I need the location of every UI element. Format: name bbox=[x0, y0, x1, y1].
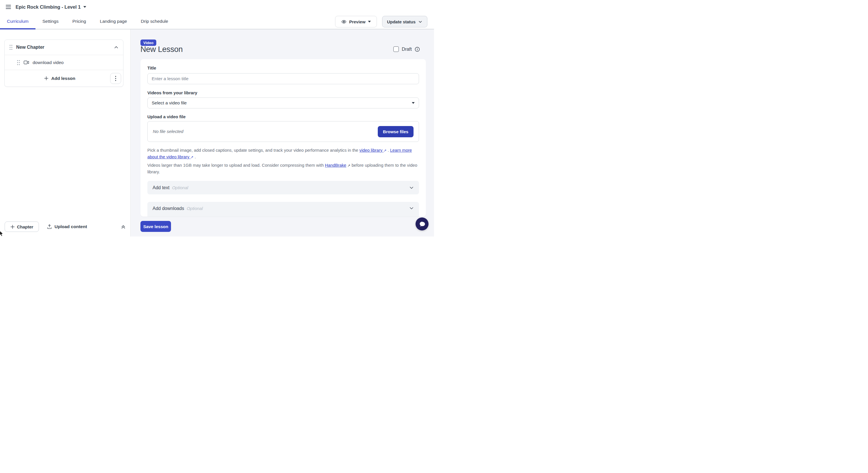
browse-files-button[interactable]: Browse files bbox=[378, 126, 413, 137]
add-lesson-button[interactable]: Add lesson bbox=[9, 72, 110, 85]
course-title: Epic Rock Climbing - Level 1 bbox=[16, 4, 81, 10]
add-text-label: Add text bbox=[153, 185, 169, 190]
title-label: Title bbox=[147, 65, 156, 70]
no-file-text: No file selected bbox=[153, 129, 183, 134]
chapter-card: New Chapter bbox=[4, 39, 123, 87]
add-chapter-label: Chapter bbox=[17, 224, 33, 229]
chapter-footer-row: Add lesson bbox=[5, 70, 123, 87]
collapse-all-button[interactable] bbox=[121, 224, 126, 229]
eye-icon bbox=[341, 19, 347, 25]
draft-label: Draft bbox=[402, 47, 412, 52]
info-icon[interactable] bbox=[415, 47, 420, 52]
tab-curriculum[interactable]: Curriculum bbox=[0, 14, 35, 29]
external-link-icon: ↗ bbox=[383, 147, 386, 154]
video-library-label: Videos from your library bbox=[147, 90, 197, 95]
hamburger-menu-icon[interactable] bbox=[6, 5, 11, 9]
lesson-title-input[interactable] bbox=[147, 73, 419, 84]
caret-down-icon bbox=[368, 21, 371, 23]
tab-drip-schedule[interactable]: Drip schedule bbox=[134, 14, 175, 29]
double-chevron-up-icon bbox=[121, 224, 126, 229]
chat-bubble-icon bbox=[418, 220, 426, 228]
lesson-row[interactable]: download video bbox=[5, 55, 123, 70]
tab-pricing[interactable]: Pricing bbox=[65, 14, 93, 29]
handbrake-link[interactable]: HandBrake bbox=[325, 163, 346, 167]
optional-label: Optional bbox=[172, 185, 188, 190]
chevron-down-icon bbox=[409, 206, 414, 211]
lesson-form-card: Title Videos from your library Select a … bbox=[141, 59, 426, 217]
add-downloads-section[interactable]: Add downloads Optional bbox=[147, 202, 419, 217]
chapter-header-row[interactable]: New Chapter bbox=[5, 40, 123, 55]
lesson-item-title: download video bbox=[33, 60, 64, 65]
video-library-selected-value: Select a video file bbox=[152, 100, 187, 105]
lesson-heading: New Lesson bbox=[141, 45, 183, 54]
curriculum-sidebar: New Chapter bbox=[0, 29, 131, 236]
save-lesson-button[interactable]: Save lesson bbox=[141, 221, 171, 232]
chat-widget-button[interactable] bbox=[415, 217, 429, 230]
course-title-dropdown[interactable]: Epic Rock Climbing - Level 1 bbox=[16, 4, 86, 10]
chevron-up-icon[interactable] bbox=[114, 45, 119, 50]
top-bar: Epic Rock Climbing - Level 1 bbox=[0, 0, 434, 14]
external-link-icon: ↗ bbox=[191, 154, 193, 160]
chapter-menu-button[interactable] bbox=[110, 73, 121, 84]
video-library-select[interactable]: Select a video file bbox=[147, 97, 419, 108]
course-editor-page: Epic Rock Climbing - Level 1 Curriculum … bbox=[0, 0, 434, 236]
video-library-help-text: Pick a thumbnail image, add closed capti… bbox=[147, 147, 419, 160]
external-link-icon: ↗ bbox=[347, 162, 350, 169]
caret-down-icon bbox=[83, 6, 86, 8]
tab-bar: Curriculum Settings Pricing Landing page… bbox=[0, 14, 434, 29]
draft-checkbox[interactable] bbox=[393, 46, 399, 52]
update-status-button[interactable]: Update status bbox=[382, 16, 427, 27]
drag-handle-icon[interactable] bbox=[9, 44, 13, 51]
video-library-link[interactable]: video library ↗ bbox=[359, 148, 386, 153]
add-downloads-label: Add downloads bbox=[153, 206, 184, 211]
sidebar-footer: Chapter Upload content bbox=[0, 217, 130, 236]
lesson-editor-panel: Video New Lesson Draft Title Videos from… bbox=[131, 29, 434, 236]
preview-label: Preview bbox=[349, 19, 366, 24]
upload-content-button[interactable]: Upload content bbox=[47, 224, 87, 229]
upload-icon bbox=[47, 224, 52, 229]
chapter-title: New Chapter bbox=[16, 45, 114, 50]
plus-icon bbox=[10, 225, 15, 229]
compression-help-text: Videos larger than 1GB may take longer t… bbox=[147, 162, 419, 175]
update-status-label: Update status bbox=[387, 19, 415, 24]
drag-handle-icon[interactable] bbox=[17, 59, 20, 66]
file-upload-box: No file selected Browse files bbox=[147, 121, 419, 142]
add-chapter-button[interactable]: Chapter bbox=[5, 221, 39, 232]
caret-down-icon bbox=[412, 102, 415, 104]
chevron-down-icon bbox=[409, 185, 414, 190]
add-text-section[interactable]: Add text Optional bbox=[147, 181, 419, 194]
upload-content-label: Upload content bbox=[55, 224, 87, 229]
optional-label: Optional bbox=[187, 206, 203, 211]
tab-settings[interactable]: Settings bbox=[35, 14, 65, 29]
tab-landing-page[interactable]: Landing page bbox=[93, 14, 134, 29]
upload-video-label: Upload a video file bbox=[147, 114, 186, 119]
kebab-menu-icon bbox=[115, 76, 116, 81]
plus-icon bbox=[44, 76, 49, 81]
chevron-down-icon bbox=[418, 20, 423, 24]
preview-button[interactable]: Preview bbox=[335, 16, 377, 27]
header-actions: Preview Update status bbox=[335, 16, 427, 27]
draft-control: Draft bbox=[393, 46, 420, 52]
add-lesson-label: Add lesson bbox=[51, 76, 75, 81]
video-camera-icon bbox=[24, 60, 29, 65]
